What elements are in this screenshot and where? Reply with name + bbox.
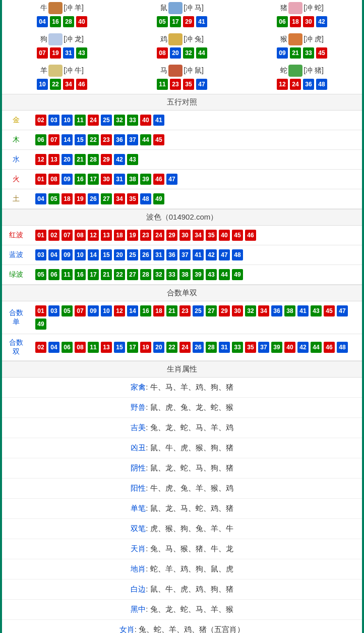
number-ball: 32 bbox=[183, 47, 194, 59]
number-ball: 06 bbox=[48, 269, 59, 280]
ball-row: 04162840 bbox=[2, 16, 122, 27]
zodiac-clash: [冲 猪] bbox=[304, 66, 324, 75]
number-ball: 21 bbox=[166, 305, 177, 316]
number-ball: 04 bbox=[48, 249, 59, 260]
number-ball: 43 bbox=[206, 269, 217, 280]
number-ball: 08 bbox=[75, 230, 86, 241]
attr-value: 鼠、牛、虎、猴、狗、猪 bbox=[150, 443, 233, 452]
heshu-table: 合数单0103050709101214161821232527293032343… bbox=[2, 301, 362, 361]
attr-row: 家禽: 牛、马、羊、鸡、狗、猪 bbox=[2, 378, 362, 398]
number-ball: 49 bbox=[153, 193, 164, 204]
number-ball: 07 bbox=[48, 134, 59, 145]
number-ball: 06 bbox=[35, 134, 46, 145]
number-ball: 14 bbox=[88, 249, 99, 260]
ball-row: 05172941 bbox=[122, 16, 242, 27]
number-ball: 06 bbox=[62, 342, 73, 353]
attr-row: 天肖: 兔、马、猴、猪、牛、龙 bbox=[2, 539, 362, 559]
number-ball: 41 bbox=[297, 305, 309, 316]
table-row: 水1213202128294243 bbox=[2, 150, 362, 170]
attr-value: 鼠、龙、马、蛇、鸡、猪 bbox=[150, 504, 233, 512]
number-ball: 13 bbox=[48, 154, 59, 165]
number-ball: 39 bbox=[140, 174, 151, 185]
number-ball: 47 bbox=[337, 305, 348, 316]
number-ball: 05 bbox=[157, 16, 168, 27]
number-ball: 08 bbox=[157, 47, 168, 59]
number-ball: 38 bbox=[127, 174, 138, 185]
table-row: 绿波05061116172122272832333839434449 bbox=[2, 265, 362, 285]
section-header-heshu: 合数单双 bbox=[2, 285, 362, 301]
row-label: 火 bbox=[2, 170, 30, 189]
number-ball: 09 bbox=[62, 249, 73, 260]
number-ball: 11 bbox=[75, 115, 86, 126]
zodiac-cell: 鸡[冲 兔]08203244 bbox=[122, 31, 242, 63]
attr-row: 单笔: 鼠、龙、马、蛇、鸡、猪 bbox=[2, 499, 362, 519]
attr-value: 牛、虎、兔、羊、猴、鸡 bbox=[150, 484, 233, 492]
zodiac-name: 鼠 bbox=[160, 4, 167, 13]
table-row: 合数单0103050709101214161821232527293032343… bbox=[2, 301, 362, 334]
row-label: 红波 bbox=[2, 226, 30, 245]
number-ball: 38 bbox=[179, 269, 191, 280]
number-ball: 40 bbox=[219, 230, 230, 241]
attr-value: 牛、马、羊、鸡、狗、猪 bbox=[150, 383, 233, 391]
wuxing-table: 金02031011242532334041木060714152223363744… bbox=[2, 111, 362, 209]
zodiac-clash: [冲 兔] bbox=[184, 35, 204, 44]
zodiac-name: 鸡 bbox=[160, 35, 167, 44]
number-ball: 35 bbox=[183, 79, 194, 90]
number-ball: 21 bbox=[75, 154, 86, 165]
number-ball: 19 bbox=[75, 193, 86, 204]
number-ball: 47 bbox=[219, 249, 230, 260]
number-ball: 20 bbox=[62, 154, 73, 165]
zodiac-cell: 猴[冲 虎]09213345 bbox=[242, 31, 362, 63]
number-ball: 07 bbox=[75, 305, 86, 316]
number-ball: 10 bbox=[75, 249, 86, 260]
attr-value: 鼠、龙、蛇、马、狗、猪 bbox=[150, 463, 233, 472]
ball-line: 05061116172122272832333839434449 bbox=[35, 269, 357, 280]
number-ball: 35 bbox=[245, 342, 256, 353]
number-ball: 12 bbox=[277, 79, 288, 90]
attr-value: 鼠、虎、兔、龙、蛇、猴 bbox=[150, 403, 233, 411]
zodiac-cell: 马[冲 鼠]11233547 bbox=[122, 63, 242, 94]
number-ball: 34 bbox=[63, 79, 74, 90]
number-ball: 45 bbox=[324, 305, 335, 316]
table-row: 合数双0204060811131517192022242628313335373… bbox=[2, 334, 362, 361]
zodiac-cell: 牛[冲 羊]04162840 bbox=[2, 0, 122, 31]
ball-line: 0204060811131517192022242628313335373940… bbox=[35, 342, 357, 353]
zodiac-name: 猪 bbox=[280, 4, 287, 13]
attr-key: 女肖 bbox=[119, 625, 135, 633]
number-ball: 29 bbox=[166, 230, 177, 241]
attr-row: 黑中: 兔、龙、蛇、马、羊、猴 bbox=[2, 600, 362, 620]
number-ball: 25 bbox=[127, 249, 138, 260]
number-ball: 31 bbox=[114, 174, 125, 185]
attr-key: 天肖 bbox=[131, 544, 146, 553]
ball-line: 0102070812131819232429303435404546 bbox=[35, 230, 357, 241]
attr-key: 吉美 bbox=[131, 423, 146, 432]
zodiac-name: 马 bbox=[160, 66, 167, 75]
number-ball: 09 bbox=[277, 47, 288, 59]
section-header-bose: 波色（014902.com） bbox=[2, 209, 362, 226]
number-ball: 33 bbox=[166, 269, 177, 280]
number-ball: 23 bbox=[179, 305, 191, 316]
number-ball: 17 bbox=[170, 16, 181, 27]
attr-key: 凶丑 bbox=[131, 443, 146, 452]
number-ball: 49 bbox=[232, 269, 243, 280]
attr-row: 凶丑: 鼠、牛、虎、猴、狗、猪 bbox=[2, 438, 362, 458]
number-ball: 15 bbox=[75, 134, 86, 145]
attr-row: 女肖: 兔、蛇、羊、鸡、猪（五宫肖） bbox=[2, 620, 362, 633]
zodiac-grid: 牛[冲 羊]04162840鼠[冲 马]05172941猪[冲 蛇]061830… bbox=[2, 0, 362, 94]
attr-row: 吉美: 兔、龙、蛇、马、羊、鸡 bbox=[2, 418, 362, 438]
number-ball: 12 bbox=[114, 305, 125, 316]
attr-row: 阴性: 鼠、龙、蛇、马、狗、猪 bbox=[2, 458, 362, 479]
number-ball: 10 bbox=[37, 79, 48, 90]
number-ball: 45 bbox=[232, 230, 243, 241]
number-ball: 11 bbox=[62, 269, 73, 280]
row-label: 木 bbox=[2, 130, 30, 150]
number-ball: 07 bbox=[37, 47, 48, 59]
attr-key: 单笔 bbox=[131, 504, 146, 512]
ball-line: 06071415222336374445 bbox=[35, 134, 357, 145]
number-ball: 04 bbox=[37, 16, 48, 27]
zodiac-icon bbox=[48, 33, 63, 45]
number-ball: 30 bbox=[303, 16, 314, 27]
zodiac-clash: [冲 牛] bbox=[64, 66, 84, 75]
number-ball: 06 bbox=[277, 16, 288, 27]
number-ball: 43 bbox=[311, 305, 322, 316]
